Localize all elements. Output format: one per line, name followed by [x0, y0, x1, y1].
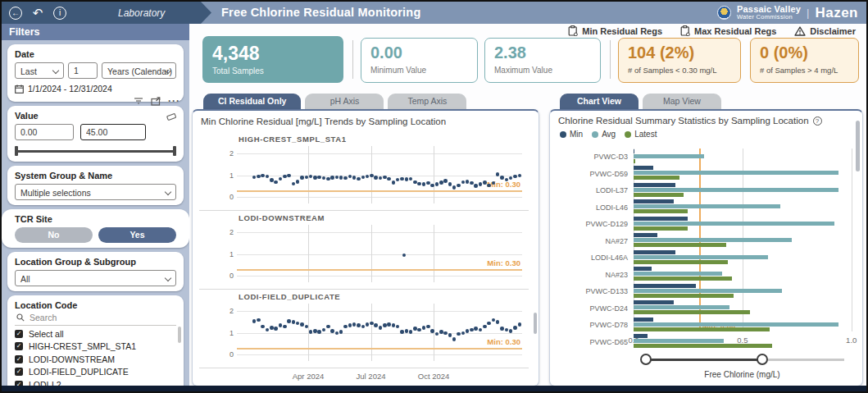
bar[interactable] [634, 217, 688, 221]
legend-item[interactable]: Min [560, 130, 583, 139]
data-point[interactable] [422, 182, 426, 186]
data-point[interactable] [443, 331, 448, 336]
data-point[interactable] [370, 322, 374, 326]
data-point[interactable] [448, 182, 452, 186]
legend-item[interactable]: Latest [625, 130, 657, 139]
data-point[interactable] [479, 328, 483, 332]
data-point[interactable] [261, 174, 265, 178]
data-point[interactable] [513, 326, 517, 330]
data-point[interactable] [402, 254, 407, 258]
data-point[interactable] [443, 179, 448, 183]
undo-icon[interactable]: ↶ [31, 7, 44, 20]
tab-temp-axis[interactable]: Temp Axis [388, 94, 466, 109]
data-point[interactable] [396, 178, 400, 182]
data-point[interactable] [274, 181, 278, 185]
data-point[interactable] [479, 182, 483, 186]
data-point[interactable] [317, 330, 321, 334]
data-point[interactable] [313, 329, 317, 333]
data-point[interactable] [317, 176, 321, 180]
data-point[interactable] [426, 181, 430, 185]
data-point[interactable] [518, 174, 522, 178]
bar[interactable] [634, 233, 657, 237]
data-point[interactable] [492, 318, 496, 322]
data-point[interactable] [374, 176, 378, 180]
bar[interactable] [634, 294, 734, 298]
data-point[interactable] [335, 176, 339, 180]
data-point[interactable] [326, 177, 330, 181]
data-point[interactable] [426, 325, 430, 329]
data-point[interactable] [405, 177, 409, 181]
data-point[interactable] [435, 332, 439, 336]
bar[interactable] [634, 204, 780, 208]
checkbox-checked-icon[interactable]: ✓ [15, 330, 23, 338]
tab-ph-axis[interactable]: pH Axis [305, 94, 384, 109]
data-point[interactable] [357, 323, 361, 327]
data-point[interactable] [309, 175, 313, 179]
bar[interactable] [634, 327, 770, 331]
date-mode-select[interactable]: Last [15, 62, 64, 79]
location-code-item[interactable]: ✓Select all [15, 327, 176, 340]
data-point[interactable] [383, 176, 387, 180]
data-point[interactable] [339, 330, 343, 334]
data-point[interactable] [343, 176, 348, 181]
data-point[interactable] [500, 176, 504, 180]
data-point[interactable] [496, 172, 500, 176]
data-point[interactable] [361, 325, 366, 329]
tab-cl-residual-only[interactable]: Cl Residual Only [203, 94, 301, 109]
data-point[interactable] [357, 177, 361, 181]
data-point[interactable] [509, 329, 513, 333]
eraser-icon[interactable] [166, 112, 176, 121]
breadcrumb[interactable]: Laboratory [118, 7, 165, 19]
data-point[interactable] [417, 182, 421, 186]
data-point[interactable] [387, 177, 391, 181]
data-point[interactable] [287, 319, 291, 323]
value-max-input[interactable] [80, 124, 146, 140]
data-point[interactable] [366, 175, 370, 179]
data-point[interactable] [474, 327, 478, 331]
data-point[interactable] [348, 175, 352, 179]
value-min-input[interactable] [15, 124, 74, 140]
data-point[interactable] [439, 330, 443, 334]
data-point[interactable] [483, 325, 487, 329]
bar[interactable] [634, 166, 653, 170]
bar[interactable] [634, 305, 729, 309]
location-search[interactable]: Search [15, 311, 176, 326]
bar[interactable] [634, 243, 726, 247]
data-point[interactable] [270, 178, 274, 182]
data-point[interactable] [379, 176, 383, 181]
bar[interactable] [634, 260, 728, 264]
legend-item[interactable]: Avg [592, 130, 616, 139]
data-point[interactable] [474, 184, 478, 188]
data-point[interactable] [370, 174, 374, 178]
location-code-item[interactable]: ✓HIGH-CREST_SMPL_STA1 [15, 340, 176, 354]
data-point[interactable] [461, 331, 466, 336]
data-point[interactable] [505, 178, 509, 182]
slider-knob-right[interactable] [757, 354, 768, 365]
bar[interactable] [634, 209, 688, 213]
data-point[interactable] [383, 323, 387, 327]
data-point[interactable] [392, 181, 396, 185]
location-code-item[interactable]: ✓LODI-DOWNSTREAM [15, 353, 176, 366]
data-point[interactable] [396, 325, 400, 329]
data-point[interactable] [283, 325, 287, 329]
tcr-no-button[interactable]: No [15, 227, 93, 243]
data-point[interactable] [392, 323, 396, 327]
data-point[interactable] [513, 175, 517, 179]
data-point[interactable] [487, 322, 491, 326]
checkbox-checked-icon[interactable]: ✓ [15, 368, 23, 376]
bar[interactable] [634, 250, 675, 254]
bar[interactable] [634, 334, 648, 338]
bar[interactable] [634, 344, 772, 348]
data-point[interactable] [452, 185, 457, 190]
data-point[interactable] [279, 177, 283, 181]
bar[interactable] [634, 226, 688, 231]
data-point[interactable] [300, 322, 304, 327]
data-point[interactable] [413, 327, 417, 331]
data-point[interactable] [292, 182, 296, 186]
location-code-item[interactable]: ✓LODI-FIELD_DUPLICATE [15, 366, 176, 379]
checkbox-checked-icon[interactable]: ✓ [15, 355, 23, 363]
data-point[interactable] [309, 330, 313, 334]
data-point[interactable] [257, 175, 261, 179]
bar[interactable] [634, 154, 704, 158]
data-point[interactable] [466, 329, 470, 333]
